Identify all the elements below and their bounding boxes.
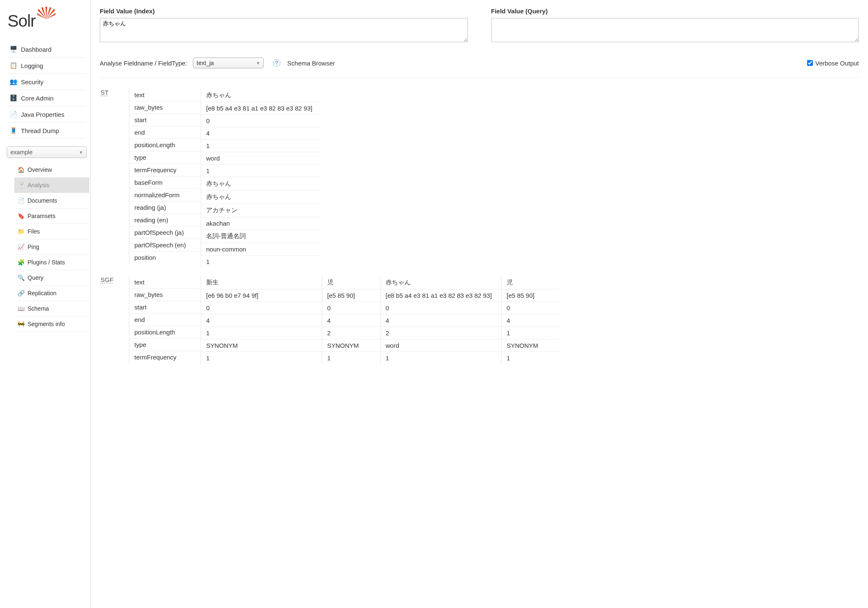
analysis-stage-ST: STtextraw_bytesstartendpositionLengthtyp… <box>100 89 859 268</box>
value-cell: 0 <box>381 302 501 314</box>
key-cell: reading (en) <box>129 214 201 226</box>
logo-sun-icon <box>37 5 56 27</box>
stage-label[interactable]: SGF <box>100 276 129 283</box>
help-icon[interactable]: ? <box>273 59 280 67</box>
chevron-down-icon: ▼ <box>256 61 260 65</box>
query-icon: 🔍 <box>17 274 25 281</box>
analysis-stage-SGF: SGFtextraw_bytesstartendpositionLengthty… <box>100 276 859 364</box>
subnav-item-label: Replication <box>28 290 56 296</box>
ping-icon: 📈 <box>17 243 25 251</box>
value-cell: SYNONYM <box>502 339 560 352</box>
threaddump-icon: 🧵 <box>9 126 18 135</box>
value-cell: [e5 85 90] <box>502 289 560 302</box>
subnav-item-label: Analysis <box>28 182 49 188</box>
controls-row: Analyse Fieldname / FieldType: text_ja ▼… <box>100 48 859 78</box>
nav-item-label: Thread Dump <box>21 127 59 134</box>
nav-item-label: Security <box>21 78 43 85</box>
value-cell: 2 <box>322 327 380 339</box>
key-cell: text <box>129 276 201 289</box>
logo-text: Solr <box>8 12 35 30</box>
key-cell: raw_bytes <box>129 289 201 301</box>
analysis-results: STtextraw_bytesstartendpositionLengthtyp… <box>100 83 859 364</box>
subnav-item-query[interactable]: 🔍Query <box>14 270 89 286</box>
nav-item-dashboard[interactable]: 🖥️Dashboard <box>7 41 86 58</box>
nav-item-security[interactable]: 👥Security <box>7 74 86 90</box>
tokens-row: 新生[e6 96 b0 e7 94 9f]041SYNONYM1児[e5 85 … <box>201 276 560 364</box>
key-cell: start <box>129 301 201 314</box>
value-cell: SYNONYM <box>322 339 380 352</box>
value-cell: [e6 96 b0 e7 94 9f] <box>201 289 322 302</box>
value-cell: 新生 <box>201 276 322 289</box>
subnav-item-segments[interactable]: 🚧Segments info <box>14 317 89 332</box>
subnav-item-replication[interactable]: 🔗Replication <box>14 286 89 301</box>
value-cell: 4 <box>201 127 322 140</box>
files-icon: 📁 <box>17 228 25 235</box>
nav-item-label: Logging <box>21 62 43 69</box>
key-cell: type <box>129 151 201 164</box>
nav-item-logging[interactable]: 📋Logging <box>7 58 86 74</box>
subnav-item-documents[interactable]: 📄Documents <box>14 193 89 209</box>
value-cell: 4 <box>381 314 501 327</box>
value-cell: 4 <box>201 314 322 327</box>
subnav-item-schema[interactable]: 📖Schema <box>14 301 89 317</box>
value-cell: 1 <box>201 352 322 364</box>
paramsets-icon: 🔖 <box>17 212 25 220</box>
chevron-down-icon: ▼ <box>79 150 83 155</box>
key-cell: raw_bytes <box>129 101 201 114</box>
subnav-item-overview[interactable]: 🏠Overview <box>14 162 89 178</box>
coreadmin-icon: 🗄️ <box>9 94 18 102</box>
value-cell: アカチャン <box>201 204 322 217</box>
subnav-item-ping[interactable]: 📈Ping <box>14 239 89 255</box>
value-cell: akachan <box>201 217 322 230</box>
stage-label[interactable]: ST <box>100 89 129 96</box>
token-column: 児[e5 85 90]042SYNONYM1 <box>322 276 380 364</box>
value-cell: 1 <box>502 327 560 339</box>
field-index-input[interactable] <box>100 18 468 42</box>
schema-browser-link[interactable]: Schema Browser <box>287 60 335 67</box>
tokens-row: 赤ちゃん[e8 b5 a4 e3 81 a1 e3 82 83 e3 82 93… <box>201 89 322 268</box>
value-cell: 0 <box>322 302 380 314</box>
value-cell: 1 <box>381 352 501 364</box>
value-cell: word <box>201 152 322 165</box>
subnav-item-plugins[interactable]: 🧩Plugins / Stats <box>14 255 89 270</box>
nav-item-coreadmin[interactable]: 🗄️Core Admin <box>7 90 86 106</box>
value-cell: noun-common <box>201 243 322 256</box>
field-index-label: Field Value (Index) <box>100 8 468 15</box>
value-cell: 1 <box>201 327 322 339</box>
main-content: Field Value (Index) Field Value (Query) … <box>91 0 868 608</box>
key-cell: end <box>129 314 201 326</box>
subnav-item-paramsets[interactable]: 🔖Paramsets <box>14 209 89 224</box>
subnav-list: 🏠Overview🍸Analysis📄Documents🔖Paramsets📁F… <box>14 162 89 332</box>
field-query-label: Field Value (Query) <box>491 8 859 15</box>
value-cell: 4 <box>322 314 380 327</box>
fieldtype-value: text_ja <box>197 60 214 66</box>
field-query-col: Field Value (Query) <box>491 8 859 43</box>
segments-icon: 🚧 <box>17 320 25 328</box>
nav-item-label: Java Properties <box>21 111 64 118</box>
dashboard-icon: 🖥️ <box>9 45 18 53</box>
core-select[interactable]: example ▼ <box>7 146 87 158</box>
field-query-input[interactable] <box>491 18 859 42</box>
verbose-checkbox-input[interactable] <box>807 60 813 66</box>
value-cell: 児 <box>502 276 560 289</box>
subnav-item-files[interactable]: 📁Files <box>14 224 89 239</box>
value-cell: 0 <box>201 115 322 127</box>
javaprops-icon: 📄 <box>9 110 18 118</box>
value-cell: 赤ちゃん <box>201 191 322 204</box>
fieldtype-select[interactable]: text_ja ▼ <box>193 58 264 68</box>
token-column: 赤ちゃん[e8 b5 a4 e3 81 a1 e3 82 83 e3 82 93… <box>201 89 322 268</box>
subnav-item-label: Documents <box>28 197 57 204</box>
key-cell: termFrequency <box>129 351 201 363</box>
key-cell: partOfSpeech (en) <box>129 239 201 251</box>
keys-column: textraw_bytesstartendpositionLengthtypet… <box>129 276 201 363</box>
value-cell: 4 <box>502 314 560 327</box>
subnav-item-label: Ping <box>28 244 39 250</box>
value-cell: 2 <box>381 327 501 339</box>
value-cell: 赤ちゃん <box>201 89 322 102</box>
subnav-item-analysis[interactable]: 🍸Analysis <box>14 178 89 193</box>
nav-item-javaprops[interactable]: 📄Java Properties <box>7 106 86 123</box>
subnav-item-label: Segments info <box>28 321 65 327</box>
verbose-output-checkbox[interactable]: Verbose Output <box>807 60 859 67</box>
security-icon: 👥 <box>9 78 18 86</box>
nav-item-threaddump[interactable]: 🧵Thread Dump <box>7 123 86 139</box>
